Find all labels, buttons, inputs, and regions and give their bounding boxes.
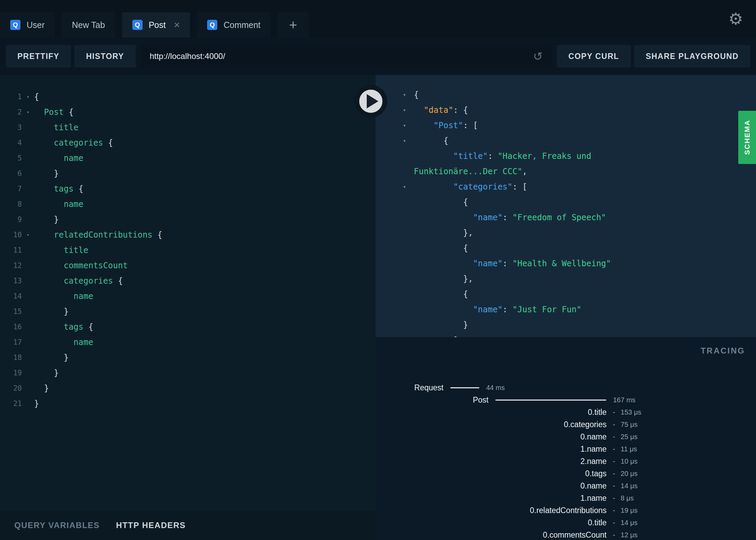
query-line: 7 tags { xyxy=(0,181,376,197)
query-editor[interactable]: 1▾{2▾ Post {3 title4 categories {5 name6… xyxy=(0,75,376,511)
response-line: ▾ "Post": [ xyxy=(376,118,756,133)
play-icon xyxy=(367,94,378,108)
code-token: name xyxy=(74,291,93,301)
query-code-text: tags { xyxy=(34,319,93,335)
code-token: tags xyxy=(54,184,74,194)
trace-time: 14 μs xyxy=(621,519,637,527)
line-number: 11 xyxy=(0,243,22,258)
fold-arrow-icon[interactable]: ▾ xyxy=(22,105,34,120)
query-line: 12 commentsCount xyxy=(0,258,376,273)
query-line: 3 title xyxy=(0,120,376,135)
code-token: { xyxy=(414,90,419,100)
response-line: "title": "Hacker, Freaks und xyxy=(376,149,756,164)
share-playground-button[interactable]: SHARE PLAYGROUND xyxy=(634,45,750,68)
tab-comment[interactable]: QComment xyxy=(197,12,271,38)
response-line: }, xyxy=(376,271,756,287)
query-code-text: tags { xyxy=(34,181,84,197)
schema-sidebar-tab[interactable]: SCHEMA xyxy=(738,111,756,164)
response-line: ], xyxy=(376,333,756,337)
code-token: : [ xyxy=(463,121,478,130)
code-token xyxy=(414,151,453,161)
line-number: 17 xyxy=(0,335,22,350)
trace-row: Post167 ms xyxy=(376,394,756,406)
trace-time: 10 μs xyxy=(621,457,637,465)
line-number: 2 xyxy=(0,105,22,120)
code-token: : xyxy=(503,259,512,268)
code-token: { xyxy=(113,276,123,286)
collapse-arrow-icon[interactable]: ▾ xyxy=(403,118,411,133)
code-token xyxy=(414,289,463,299)
code-token: relatedContributions xyxy=(54,230,152,240)
response-line: Funktionäre...Der CCC", xyxy=(376,164,756,179)
fold-arrow-icon[interactable]: ▾ xyxy=(22,89,34,105)
tab-post[interactable]: QPost× xyxy=(122,12,190,38)
query-line: 1▾{ xyxy=(0,89,376,105)
trace-label: 1.name xyxy=(376,494,607,503)
new-tab-button[interactable]: + xyxy=(278,12,309,38)
response-line: { xyxy=(376,241,756,256)
query-line: 2▾ Post { xyxy=(0,105,376,120)
code-token: : xyxy=(503,305,512,314)
collapse-arrow-icon[interactable]: ▾ xyxy=(403,87,411,103)
fold-spacer xyxy=(22,319,34,335)
code-token xyxy=(34,123,54,132)
fold-spacer xyxy=(22,212,34,227)
code-token xyxy=(34,261,64,270)
close-tab-icon[interactable]: × xyxy=(174,20,180,30)
query-code-text: Post { xyxy=(34,105,74,120)
http-headers-tab[interactable]: HTTP HEADERS xyxy=(116,521,186,530)
code-token: categories xyxy=(64,276,113,286)
prettify-button[interactable]: PRETTIFY xyxy=(6,45,71,68)
schema-tab-label: SCHEMA xyxy=(743,120,751,155)
code-token: : xyxy=(488,151,498,161)
code-token xyxy=(34,276,64,286)
response-line: }, xyxy=(376,225,756,241)
code-token xyxy=(414,274,463,284)
line-number: 12 xyxy=(0,258,22,273)
code-token: { xyxy=(444,136,448,146)
code-token xyxy=(34,338,74,347)
fold-arrow-icon[interactable]: ▾ xyxy=(22,227,34,243)
fold-spacer xyxy=(22,151,34,166)
line-number: 5 xyxy=(0,151,22,166)
line-number: 1 xyxy=(0,89,22,105)
reload-schema-icon[interactable]: ↺ xyxy=(533,49,543,63)
trace-dash: - xyxy=(613,432,615,441)
settings-gear-icon[interactable]: ⚙ xyxy=(728,9,743,28)
endpoint-url-input[interactable] xyxy=(150,51,533,61)
fold-spacer xyxy=(22,120,34,135)
graphql-playground: QUserNew TabQPost×QComment+ ⚙ PRETTIFY H… xyxy=(0,0,756,540)
tab-new-tab[interactable]: New Tab xyxy=(62,12,115,38)
query-line: 8 name xyxy=(0,197,376,212)
trace-dash: - xyxy=(613,469,615,478)
copy-curl-button[interactable]: COPY CURL xyxy=(557,45,631,68)
execute-query-button[interactable] xyxy=(354,85,387,118)
code-token xyxy=(34,322,64,332)
trace-dash: - xyxy=(613,445,615,453)
trace-row: 0.name-25 μs xyxy=(376,431,756,443)
result-pane: ▾{▾ "data": {▾ "Post": [▾ { "title": "Ha… xyxy=(376,75,756,540)
collapse-arrow-icon[interactable]: ▾ xyxy=(403,179,411,195)
fold-spacer xyxy=(22,396,34,411)
query-variables-tab[interactable]: QUERY VARIABLES xyxy=(14,521,100,530)
line-number: 4 xyxy=(0,135,22,151)
code-token: { xyxy=(34,92,39,102)
response-viewer: ▾{▾ "data": {▾ "Post": [▾ { "title": "Ha… xyxy=(376,75,756,337)
trace-dash: - xyxy=(613,506,615,515)
line-number: 16 xyxy=(0,319,22,335)
line-number: 20 xyxy=(0,381,22,396)
history-button[interactable]: HISTORY xyxy=(74,45,135,68)
tab-label: User xyxy=(27,20,45,30)
query-line: 6 } xyxy=(0,166,376,181)
query-code-text: title xyxy=(34,120,78,135)
collapse-arrow-icon[interactable]: ▾ xyxy=(403,133,411,149)
collapse-arrow-icon[interactable]: ▾ xyxy=(403,103,411,118)
response-line: { xyxy=(376,195,756,210)
code-token xyxy=(414,243,463,253)
tab-user[interactable]: QUser xyxy=(0,12,55,38)
query-line: 14 name xyxy=(0,289,376,304)
code-token: : [ xyxy=(512,182,527,192)
query-badge-icon: Q xyxy=(132,20,143,30)
code-token: { xyxy=(74,184,84,194)
trace-time: 8 μs xyxy=(621,494,634,502)
